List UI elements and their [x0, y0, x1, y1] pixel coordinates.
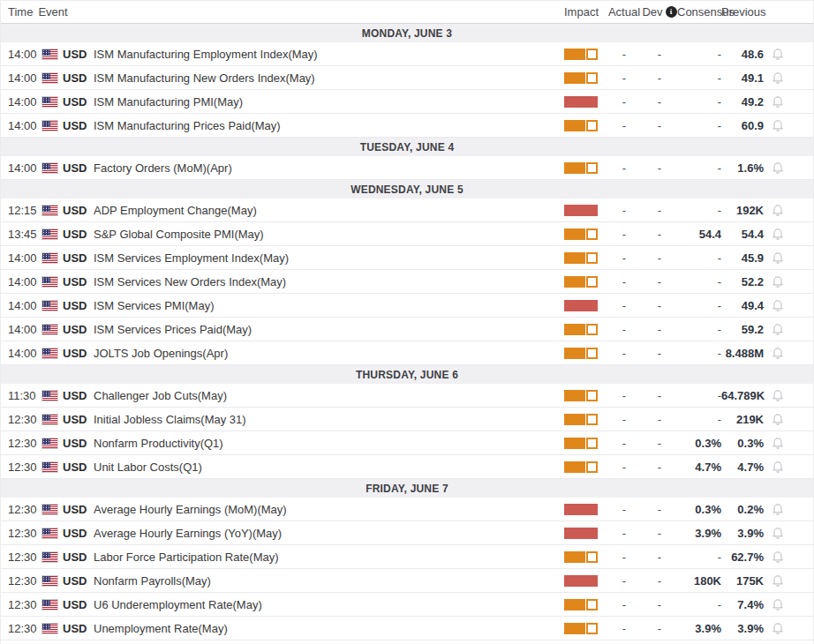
consensus-value: -: [677, 347, 721, 360]
previous-value: 7.4%: [721, 598, 764, 611]
bell-icon[interactable]: [764, 502, 813, 516]
event-row[interactable]: 11:30 USD Challenger Job Cuts(May) - - -…: [1, 384, 813, 408]
currency-label: USD: [63, 323, 87, 336]
event-row[interactable]: 12:30 USD Nonfarm Payrolls(May) - - 180K…: [1, 569, 813, 593]
currency-label: USD: [63, 95, 87, 109]
event-name[interactable]: ISM Services PMI(May): [93, 299, 564, 312]
actual-value: -: [607, 389, 642, 402]
actual-value: -: [607, 323, 642, 336]
bell-icon[interactable]: [764, 621, 813, 635]
bell-icon[interactable]: [764, 412, 813, 426]
event-name[interactable]: U6 Underemployment Rate(May): [93, 598, 564, 611]
event-row[interactable]: 14:00 USD ISM Manufacturing Prices Paid(…: [1, 114, 813, 138]
event-name[interactable]: Challenger Job Cuts(May): [93, 389, 564, 402]
event-name[interactable]: S&P Global Composite PMI(May): [93, 228, 564, 241]
event-name[interactable]: ISM Services Prices Paid(May): [93, 323, 564, 336]
event-row[interactable]: 12:30 USD Initial Jobless Claims(May 31)…: [1, 408, 813, 431]
event-name[interactable]: Labor Force Participation Rate(May): [93, 550, 564, 564]
event-row[interactable]: 12:30 USD Average Hourly Earnings (MoM)(…: [1, 498, 813, 521]
event-name[interactable]: ISM Manufacturing PMI(May): [93, 95, 564, 109]
bell-icon[interactable]: [764, 346, 813, 360]
event-row[interactable]: 12:30 USD Nonfarm Productivity(Q1) - - 0…: [1, 431, 813, 455]
event-name[interactable]: JOLTS Job Openings(Apr): [93, 347, 564, 360]
event-name[interactable]: ISM Manufacturing Employment Index(May): [93, 48, 564, 61]
event-row[interactable]: 14:00 USD Factory Orders (MoM)(Apr) - - …: [1, 156, 813, 180]
event-name[interactable]: Average Hourly Earnings (YoY)(May): [93, 527, 564, 540]
bell-icon[interactable]: [764, 460, 813, 474]
previous-value: 8.488M: [721, 347, 764, 360]
event-name[interactable]: Average Hourly Earnings (MoM)(May): [93, 503, 564, 516]
previous-value: 3.9%: [721, 527, 764, 540]
bell-icon[interactable]: [764, 597, 813, 611]
economic-calendar: Time Event Impact Actual Dev i Consensus…: [0, 0, 814, 644]
calendar-rows: MONDAY, JUNE 3 14:00 USD ISM Manufacturi…: [1, 24, 813, 640]
day-separator: THURSDAY, JUNE 6: [1, 365, 813, 384]
event-row[interactable]: 12:30 USD Unemployment Rate(May) - - 3.9…: [1, 617, 813, 640]
event-row[interactable]: 12:30 USD Labor Force Participation Rate…: [1, 545, 813, 569]
bell-icon[interactable]: [764, 298, 813, 312]
us-flag-icon: [41, 228, 58, 240]
actual-value: -: [607, 598, 642, 611]
event-name[interactable]: ISM Manufacturing New Orders Index(May): [93, 71, 564, 85]
impact-indicator: [564, 96, 607, 108]
event-name[interactable]: ISM Manufacturing Prices Paid(May): [93, 119, 564, 132]
bell-icon[interactable]: [764, 436, 813, 450]
impact-indicator: [564, 300, 607, 311]
impact-indicator: [564, 72, 607, 84]
event-row[interactable]: 12:30 USD Average Hourly Earnings (YoY)(…: [1, 521, 813, 545]
event-row[interactable]: 14:00 USD ISM Manufacturing PMI(May) - -…: [1, 90, 813, 114]
consensus-value: -: [677, 204, 721, 217]
us-flag-icon: [41, 461, 58, 473]
day-separator: FRIDAY, JUNE 7: [1, 479, 813, 498]
day-separator: TUESDAY, JUNE 4: [1, 138, 813, 156]
bell-icon[interactable]: [764, 274, 813, 288]
bell-icon[interactable]: [764, 573, 813, 588]
currency-label: USD: [63, 503, 87, 516]
impact-indicator: [564, 348, 607, 359]
event-name[interactable]: Factory Orders (MoM)(Apr): [93, 161, 564, 175]
event-name[interactable]: Initial Jobless Claims(May 31): [93, 413, 564, 426]
event-row[interactable]: 12:30 USD Unit Labor Costs(Q1) - - 4.7% …: [1, 455, 813, 479]
bell-icon[interactable]: [764, 94, 813, 109]
bell-icon[interactable]: [764, 161, 813, 175]
event-name[interactable]: ISM Services Employment Index(May): [93, 251, 564, 265]
event-time: 14:00: [8, 119, 41, 132]
event-time: 12:30: [8, 622, 41, 635]
event-name[interactable]: ISM Services New Orders Index(May): [93, 275, 564, 288]
bell-icon[interactable]: [764, 203, 813, 217]
event-row[interactable]: 14:00 USD ISM Manufacturing New Orders I…: [1, 66, 813, 90]
dev-value: -: [642, 161, 677, 175]
event-row[interactable]: 14:00 USD ISM Services Employment Index(…: [1, 246, 813, 270]
event-row[interactable]: 14:00 USD ISM Services Prices Paid(May) …: [1, 318, 813, 341]
event-name[interactable]: ADP Employment Change(May): [93, 204, 564, 217]
event-row[interactable]: 13:45 USD S&P Global Composite PMI(May) …: [1, 222, 813, 246]
bell-icon[interactable]: [764, 47, 813, 61]
event-row[interactable]: 14:00 USD JOLTS Job Openings(Apr) - - - …: [1, 341, 813, 365]
bell-icon[interactable]: [764, 227, 813, 241]
event-row[interactable]: 12:15 USD ADP Employment Change(May) - -…: [1, 198, 813, 222]
event-name[interactable]: Unit Labor Costs(Q1): [93, 461, 564, 474]
bell-icon[interactable]: [764, 118, 813, 132]
event-row[interactable]: 14:00 USD ISM Services New Orders Index(…: [1, 270, 813, 294]
us-flag-icon: [41, 551, 58, 563]
dev-info-icon[interactable]: i: [666, 6, 677, 18]
dev-value: -: [642, 119, 677, 132]
bell-icon[interactable]: [764, 388, 813, 402]
event-row[interactable]: 14:00 USD ISM Services PMI(May) - - - 49…: [1, 294, 813, 318]
bell-icon[interactable]: [764, 526, 813, 540]
dev-value: -: [642, 413, 677, 426]
event-row[interactable]: 14:00 USD ISM Manufacturing Employment I…: [1, 42, 813, 66]
event-name[interactable]: Nonfarm Productivity(Q1): [93, 437, 564, 450]
actual-value: -: [607, 574, 642, 588]
event-name[interactable]: Unemployment Rate(May): [93, 622, 564, 635]
bell-icon[interactable]: [764, 71, 813, 85]
bell-icon[interactable]: [764, 322, 813, 336]
bell-icon[interactable]: [764, 251, 813, 265]
event-time: 11:30: [8, 389, 41, 402]
event-row[interactable]: 12:30 USD U6 Underemployment Rate(May) -…: [1, 593, 813, 617]
event-time: 12:15: [8, 204, 41, 217]
bell-icon[interactable]: [764, 550, 813, 564]
event-time: 14:00: [8, 347, 41, 360]
event-name[interactable]: Nonfarm Payrolls(May): [93, 574, 564, 588]
dev-value: -: [642, 95, 677, 109]
